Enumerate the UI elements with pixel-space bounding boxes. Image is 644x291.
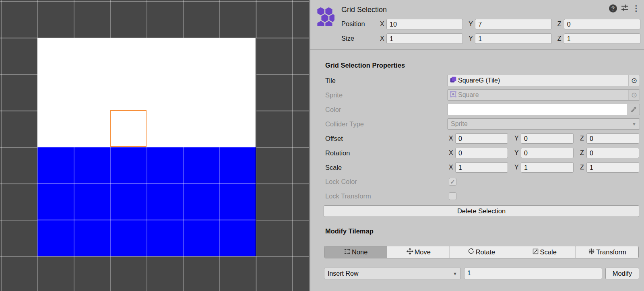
- rotation-z-input[interactable]: 0: [586, 148, 639, 158]
- tile-row: Tile SquareG (Tile) ⊙: [325, 75, 640, 86]
- offset-x-input[interactable]: 0: [455, 133, 508, 144]
- sprite-object-field: Square ⊙: [447, 89, 640, 101]
- collider-type-label: Collider Type: [325, 120, 447, 128]
- position-label: Position: [341, 20, 380, 28]
- axis-y-label: Y: [469, 21, 475, 28]
- offset-fields: X0 Y0 Z0: [447, 133, 639, 144]
- tile-value: SquareG (Tile): [457, 77, 628, 84]
- tile-label: Tile: [325, 77, 447, 85]
- axis-z-label: Z: [557, 35, 564, 42]
- tool-rotate-button[interactable]: Rotate: [450, 246, 513, 258]
- sprite-value: Square: [457, 91, 628, 99]
- tile-icon: [450, 76, 457, 85]
- position-row: Position X 10 Y 7 Z 0: [341, 19, 640, 29]
- rotate-tool-icon: [468, 248, 475, 256]
- delete-selection-button[interactable]: Delete Selection: [324, 205, 639, 217]
- chevron-down-icon: ▼: [453, 271, 457, 276]
- sprite-row: Sprite Square ⊙: [325, 89, 640, 101]
- help-icon[interactable]: ?: [609, 4, 617, 12]
- offset-label: Offset: [325, 135, 447, 142]
- rotation-fields: X0 Y0 Z0: [447, 147, 639, 159]
- modify-operation-row: Insert Row ▼ 1 Modify: [324, 268, 639, 279]
- lock-transform-row: Lock Transform: [325, 191, 640, 201]
- color-row: Color: [325, 104, 640, 115]
- color-swatch: [448, 104, 627, 115]
- modify-button[interactable]: Modify: [605, 268, 639, 279]
- move-tool-icon: [407, 248, 413, 256]
- transform-tool-icon: [588, 248, 595, 256]
- scale-fields: X1 Y1 Z1: [447, 162, 639, 173]
- tool-move-button[interactable]: Move: [387, 246, 450, 258]
- position-z-input[interactable]: 0: [564, 19, 640, 29]
- rotation-y-input[interactable]: 0: [521, 148, 574, 158]
- white-tile-region[interactable]: [37, 38, 256, 147]
- chevron-down-icon: ▼: [632, 122, 636, 126]
- panel-title: Grid Selection: [341, 6, 387, 14]
- scale-x-input[interactable]: 1: [455, 162, 508, 173]
- color-label: Color: [325, 106, 447, 114]
- tool-label: None: [352, 248, 367, 256]
- scale-label: Scale: [325, 164, 447, 171]
- collider-type-row: Collider Type Sprite ▼: [325, 118, 640, 130]
- axis-y-label: Y: [514, 164, 521, 171]
- rotation-label: Rotation: [325, 149, 447, 157]
- scene-view[interactable]: [0, 0, 309, 291]
- presets-icon[interactable]: [621, 4, 629, 13]
- tool-label: Scale: [540, 248, 557, 256]
- scale-y-input[interactable]: 1: [521, 162, 574, 173]
- axis-x-label: X: [380, 21, 386, 28]
- unity-editor: Grid Selection ? ⋮ Position X 10: [0, 0, 644, 291]
- tile-object-field[interactable]: SquareG (Tile) ⊙: [447, 75, 640, 86]
- sprite-icon: [450, 91, 457, 99]
- grid-selection-icon: [315, 6, 334, 26]
- collider-type-value: Sprite: [451, 120, 632, 128]
- offset-z-input[interactable]: 0: [586, 133, 639, 144]
- collider-type-dropdown: Sprite ▼: [447, 118, 640, 130]
- blue-tile-region[interactable]: [37, 147, 256, 256]
- none-tool-icon: [344, 248, 351, 256]
- eyedropper-icon: [627, 104, 640, 115]
- properties-heading: Grid Selection Properties: [325, 62, 405, 69]
- header-separator: [310, 49, 644, 50]
- tool-label: Move: [415, 248, 431, 256]
- size-z-input[interactable]: 1: [564, 33, 640, 44]
- kebab-menu-icon[interactable]: ⋮: [632, 4, 640, 12]
- tool-transform-button[interactable]: Transform: [576, 246, 638, 258]
- lock-color-checkbox: ✓: [449, 178, 456, 186]
- color-field: [447, 104, 640, 115]
- tool-none-button[interactable]: None: [324, 246, 387, 258]
- size-row: Size X 1 Y 1 Z 1: [341, 33, 640, 44]
- modify-toolbar: None Move: [324, 246, 639, 258]
- operation-dropdown[interactable]: Insert Row ▼: [324, 268, 461, 279]
- position-y-input[interactable]: 7: [475, 19, 551, 29]
- axis-x-label: X: [380, 35, 386, 42]
- axis-z-label: Z: [557, 21, 564, 28]
- scale-tool-icon: [532, 248, 539, 256]
- axis-y-label: Y: [514, 135, 521, 142]
- axis-y-label: Y: [469, 35, 475, 42]
- axis-z-label: Z: [580, 135, 586, 142]
- size-y-input[interactable]: 1: [475, 33, 551, 44]
- object-picker-icon[interactable]: ⊙: [628, 75, 640, 86]
- offset-y-input[interactable]: 0: [521, 133, 574, 144]
- axis-x-label: X: [449, 149, 455, 157]
- lock-color-row: Lock Color: [325, 176, 640, 187]
- axis-y-label: Y: [514, 149, 521, 157]
- size-label: Size: [341, 35, 380, 42]
- position-x-input[interactable]: 10: [386, 19, 463, 29]
- tool-scale-button[interactable]: Scale: [513, 246, 576, 258]
- lock-transform-label: Lock Transform: [325, 192, 447, 200]
- axis-x-label: X: [449, 164, 455, 171]
- axis-x-label: X: [449, 135, 455, 142]
- modify-tilemap-heading: Modify Tilemap: [325, 227, 374, 235]
- lock-color-label: Lock Color: [325, 178, 447, 186]
- inspector-panel: Grid Selection ? ⋮ Position X 10: [310, 0, 644, 291]
- axis-z-label: Z: [580, 164, 586, 171]
- rotation-x-input[interactable]: 0: [455, 148, 508, 158]
- size-x-input[interactable]: 1: [386, 33, 463, 44]
- axis-z-label: Z: [580, 149, 586, 157]
- sprite-label: Sprite: [325, 91, 447, 99]
- grid-selection-outline: [110, 110, 147, 147]
- operation-count-input[interactable]: 1: [464, 268, 602, 279]
- scale-z-input[interactable]: 1: [586, 162, 639, 173]
